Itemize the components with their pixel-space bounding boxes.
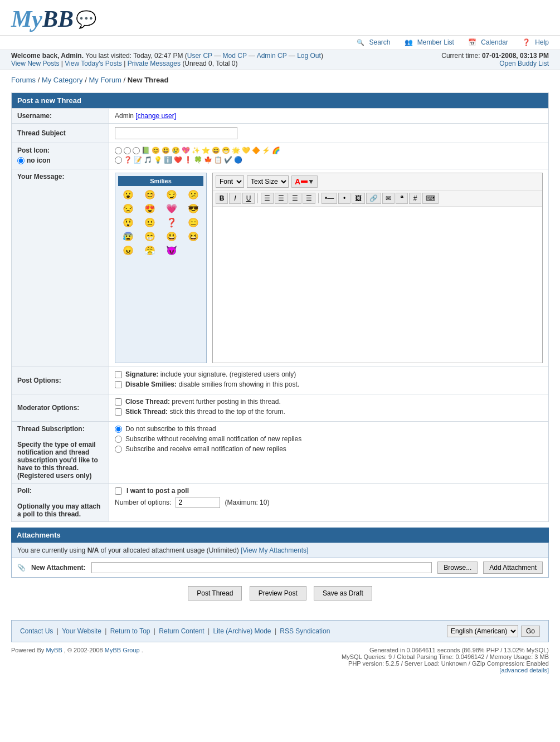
sub-option3-radio[interactable] [115,446,122,453]
view-todays-posts-link[interactable]: View Today's Posts [65,60,122,67]
code-button[interactable]: ⌨ [422,193,439,204]
contact-us-link[interactable]: Contact Us [20,627,53,635]
help-link[interactable]: Help [535,38,549,46]
smiley-11[interactable]: ❓ [162,216,182,229]
color-picker-btn[interactable]: A ▼ [291,175,318,188]
no-icon-radio[interactable] [17,157,25,164]
post-thread-button[interactable]: Post Thread [188,586,242,601]
browse-button[interactable]: Browse... [437,562,478,574]
advanced-details-link[interactable]: [advanced details] [499,667,549,673]
mod-cp-link[interactable]: Mod CP [223,52,247,60]
admin-cp-link[interactable]: Admin CP [257,52,287,60]
unordered-list-button[interactable]: • [338,193,350,204]
view-new-posts-link[interactable]: View New Posts [11,60,59,67]
message-label: Your Message: [12,169,109,367]
text-size-select[interactable]: Text Size [247,175,289,188]
image-button[interactable]: 🖼 [352,193,365,204]
poll-desc: Optionally you may attach a poll to this… [17,502,100,518]
search-icon: 🔍 [357,39,364,46]
mybb-group-link[interactable]: MyBB Group [105,647,140,653]
private-messages-link[interactable]: Private Messages [128,60,181,67]
smiley-17[interactable]: 😠 [118,244,139,257]
moderator-options-label: Moderator Options: [12,394,109,422]
poll-max-label: (Maximum: 10) [225,499,269,506]
breadcrumb-category[interactable]: My Category [42,76,83,84]
logo-bb: BB [42,6,74,32]
change-user-link[interactable]: [change user] [135,112,176,120]
smiley-10[interactable]: 😐 [140,216,160,229]
smiley-9[interactable]: 😲 [118,216,139,229]
your-website-link[interactable]: Your Website [62,627,101,635]
disable-smilies-checkbox[interactable] [115,381,122,388]
font-select[interactable]: Font [216,175,244,188]
smiley-1[interactable]: 😮 [118,188,139,201]
preview-post-button[interactable]: Preview Post [250,586,306,601]
period: . [142,647,143,653]
rss-link[interactable]: RSS Syndication [280,627,330,635]
underline-button[interactable]: U [242,193,255,204]
user-cp-link[interactable]: User CP [187,52,212,60]
poll-checkbox[interactable] [115,487,122,495]
align-left-button[interactable]: ☰ [261,193,274,204]
language-go-button[interactable]: Go [521,626,540,637]
link-button[interactable]: 🔗 [366,193,381,204]
post-icon-radio-3[interactable] [133,147,140,154]
smiley-13[interactable]: 😰 [118,230,139,243]
view-attachments-link[interactable]: [View My Attachments] [241,546,308,554]
save-draft-button[interactable]: Save as Draft [314,586,372,601]
poll-options-input[interactable] [176,497,220,508]
smiley-12[interactable]: 😑 [183,216,203,229]
italic-button[interactable]: I [229,193,241,204]
smiley-4[interactable]: 😕 [183,188,203,201]
stick-thread-checkbox[interactable] [115,408,122,416]
smiley-15[interactable]: 😃 [162,230,182,243]
add-attachment-button[interactable]: Add Attachment [483,562,543,574]
post-icon-radio-2[interactable] [124,147,131,154]
post-form-table: Post a new Thread Username: Admin [chang… [11,92,549,522]
smiley-16[interactable]: 😆 [183,230,203,243]
icon1: 📗 [142,147,150,154]
smiley-6[interactable]: 😍 [140,202,160,215]
smiley-2[interactable]: 😊 [140,188,160,201]
smiley-7[interactable]: 💗 [162,202,182,215]
thread-subject-input[interactable] [115,127,237,139]
breadcrumb-forum[interactable]: My Forum [89,76,121,84]
language-select[interactable]: English (American) [447,625,518,637]
return-to-top-link[interactable]: Return to Top [110,627,150,635]
lite-mode-link[interactable]: Lite (Archive) Mode [213,627,271,635]
open-buddy-list-link[interactable]: Open Buddy List [499,60,549,67]
log-out-link[interactable]: Log Out [297,52,321,60]
smiley-18[interactable]: 😤 [140,244,160,257]
subscription-label: Thread Subscription: Specify the type of… [12,422,109,484]
sub-option2-radio[interactable] [115,436,122,443]
member-list-link[interactable]: Member List [417,38,454,46]
ordered-list-button[interactable]: •— [322,193,337,204]
powered-by-text: Powered By [11,647,44,653]
quote-button[interactable]: ❝ [396,193,408,204]
calendar-link[interactable]: Calendar [481,38,508,46]
icon7: ⭐ [202,147,210,154]
attachment-input[interactable] [91,562,432,573]
search-link[interactable]: Search [369,38,390,46]
signature-checkbox[interactable] [115,371,122,378]
smiley-3[interactable]: 😏 [162,188,182,201]
smiley-5[interactable]: 😒 [118,202,139,215]
align-center-button[interactable]: ☰ [275,193,288,204]
smiley-19[interactable]: 😈 [162,244,182,257]
post-icon-radio-4[interactable] [115,157,122,164]
smiley-14[interactable]: 😁 [140,230,160,243]
mybb-link[interactable]: MyBB [46,647,62,653]
email-button[interactable]: ✉ [382,193,395,204]
hash-button[interactable]: # [409,193,421,204]
bold-button[interactable]: B [216,193,228,204]
align-justify-button[interactable]: ☰ [303,193,315,204]
close-thread-checkbox[interactable] [115,398,122,406]
return-content-link[interactable]: Return Content [159,627,204,635]
smiley-8[interactable]: 😎 [183,202,203,215]
breadcrumb-forums[interactable]: Forums [11,76,36,84]
align-right-button[interactable]: ☰ [289,193,301,204]
current-time: 07-01-2008, 03:13 PM [482,52,549,60]
sub-option1-radio[interactable] [115,426,122,433]
post-icon-radio-1[interactable] [115,147,122,154]
message-editor[interactable] [213,207,542,363]
